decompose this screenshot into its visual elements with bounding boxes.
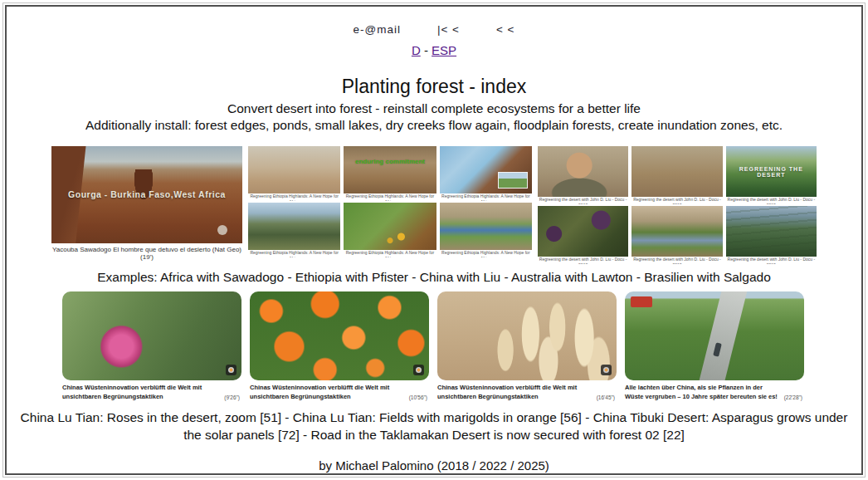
- email-link[interactable]: e-@mail: [353, 23, 400, 36]
- caption-duration: (9'26"): [224, 394, 240, 401]
- video-caption: Regreening the desert with John D. Liu -…: [538, 257, 628, 264]
- caption-duration: (19'): [140, 253, 154, 261]
- top-navigation: e-@mail |< < < <: [7, 23, 861, 36]
- video-caption: Chinas Wüsteninnovation verblüfft die We…: [250, 384, 429, 401]
- video-thumbnail-sawadogo[interactable]: Gourga - Burkina Faso,West Africa: [51, 146, 242, 243]
- thumbnail-overlay-text: REGREENING THE DESERT: [726, 166, 817, 178]
- video-card-liu-5: Regreening the desert with John D. Liu -…: [631, 206, 722, 264]
- video-thumbnail-ethiopia-4[interactable]: [248, 203, 340, 250]
- grid-liu-videos: Regreening the desert with John D. Liu -…: [538, 146, 817, 264]
- video-card-ethiopia-1: Regreening Ethiopia Highlands: A New Hop…: [248, 146, 340, 201]
- nav-first-icon[interactable]: |< <: [437, 23, 460, 36]
- caption-text: Chinas Wüsteninnovation verblüfft die We…: [437, 384, 577, 400]
- page-frame: e-@mail |< < < < D - ESP Planting forest…: [2, 2, 866, 478]
- video-caption: Regreening the desert with John D. Liu -…: [726, 257, 817, 264]
- video-card-highway: Alle lachten über China, als sie Pflanze…: [625, 291, 804, 401]
- video-thumbnail-asparagus[interactable]: [437, 291, 617, 380]
- thumbnail-overlay-text: enduring commitment: [344, 158, 436, 165]
- video-card-liu-1: Regreening the desert with John D. Liu -…: [538, 146, 628, 204]
- video-thumbnail-liu-6[interactable]: [726, 206, 817, 257]
- video-card-ethiopia-5: Regreening Ethiopia Highlands: A New Hop…: [344, 203, 436, 257]
- lang-link-spanish[interactable]: ESP: [432, 43, 456, 57]
- video-caption: Regreening the desert with John D. Liu -…: [631, 197, 722, 204]
- video-card-ethiopia-3: Regreening Ethiopia Highlands: A New Hop…: [440, 146, 532, 201]
- video-card-marigolds: Chinas Wüsteninnovation verblüfft die We…: [250, 291, 429, 401]
- language-switcher: D - ESP: [7, 43, 861, 57]
- examples-caption: Examples: Africa with Sawadogo - Ethiopi…: [7, 270, 861, 285]
- video-card-roses: Chinas Wüsteninnovation verblüfft die We…: [62, 291, 241, 401]
- video-caption: Regreening Ethiopia Highlands: A New Hop…: [344, 250, 436, 257]
- video-caption: Regreening Ethiopia Highlands: A New Hop…: [440, 250, 532, 257]
- video-card-ethiopia-6: Regreening Ethiopia Highlands: A New Hop…: [440, 203, 532, 257]
- video-caption: Regreening Ethiopia Highlands: A New Hop…: [248, 250, 340, 257]
- caption-text: Chinas Wüsteninnovation verblüfft die We…: [250, 384, 389, 400]
- video-card-ethiopia-2: enduring commitment Regreening Ethiopia …: [344, 146, 436, 201]
- videos-description: China Lu Tian: Roses in the desert, zoom…: [17, 409, 851, 444]
- video-caption: Yacouba Sawadogo El hombre que detuvo el…: [51, 246, 242, 261]
- grid-ethiopia-videos: Regreening Ethiopia Highlands: A New Hop…: [248, 146, 532, 257]
- thumbnail-overlay-text: Gourga - Burkina Faso,West Africa: [51, 189, 242, 199]
- video-card-liu-4: Regreening the desert with John D. Liu -…: [538, 206, 628, 264]
- video-card-ethiopia-4: Regreening Ethiopia Highlands: A New Hop…: [248, 203, 340, 257]
- caption-duration: (10'56"): [409, 394, 427, 401]
- channel-watermark-icon: [217, 225, 227, 235]
- video-card-asparagus: Chinas Wüsteninnovation verblüfft die We…: [437, 291, 617, 401]
- video-thumbnail-liu-4[interactable]: [538, 206, 628, 257]
- video-thumbnail-ethiopia-1[interactable]: [248, 146, 340, 193]
- video-caption: Chinas Wüsteninnovation verblüfft die We…: [62, 384, 241, 401]
- channel-logo-icon: [631, 296, 652, 307]
- subtitle-line-2: Additionally install: forest edges, pond…: [7, 118, 861, 133]
- video-thumbnail-liu-3[interactable]: REGREENING THE DESERT: [726, 146, 817, 197]
- video-caption: Regreening Ethiopia Highlands: A New Hop…: [344, 193, 436, 201]
- caption-duration: (16'45"): [597, 394, 615, 401]
- page-title: Planting forest - index: [7, 76, 861, 98]
- video-thumbnail-ethiopia-5[interactable]: [344, 203, 436, 250]
- video-caption: Alle lachten über China, als sie Pflanze…: [625, 384, 804, 401]
- video-card-liu-2: Regreening the desert with John D. Liu -…: [631, 146, 722, 204]
- video-thumbnail-liu-1[interactable]: [538, 146, 628, 197]
- video-caption: Chinas Wüsteninnovation verblüfft die We…: [437, 384, 617, 401]
- video-thumbnail-ethiopia-3[interactable]: [440, 146, 532, 193]
- video-thumbnail-ethiopia-6[interactable]: [440, 203, 532, 250]
- video-thumbnail-liu-5[interactable]: [631, 206, 722, 257]
- video-caption: Regreening the desert with John D. Liu -…: [538, 197, 628, 204]
- video-thumbnail-liu-2[interactable]: [631, 146, 722, 197]
- caption-duration: (22'28"): [784, 394, 802, 401]
- video-caption: Regreening the desert with John D. Liu -…: [726, 197, 817, 204]
- lang-separator: -: [421, 43, 432, 57]
- channel-watermark-icon: [601, 365, 612, 375]
- author-line: by Michael Palomino (2018 / 2022 / 2025): [7, 458, 861, 473]
- lang-link-german[interactable]: D: [412, 43, 421, 57]
- video-caption: Regreening Ethiopia Highlands: A New Hop…: [440, 193, 532, 201]
- caption-text: Chinas Wüsteninnovation verblüfft die We…: [62, 384, 202, 400]
- video-caption: Regreening the desert with John D. Liu -…: [631, 257, 722, 264]
- channel-watermark-icon: [413, 365, 424, 375]
- caption-text: Alle lachten über China, als sie Pflanze…: [625, 384, 778, 400]
- page: e-@mail |< < < < D - ESP Planting forest…: [5, 5, 863, 475]
- collage-examples: Gourga - Burkina Faso,West Africa Yacoub…: [51, 146, 817, 264]
- video-thumbnail-roses[interactable]: [62, 291, 241, 380]
- subtitle-line-1: Convert desert into forest - reinstall c…: [7, 101, 861, 116]
- video-card-sawadogo: Gourga - Burkina Faso,West Africa Yacoub…: [51, 146, 242, 261]
- channel-watermark-icon: [226, 365, 237, 375]
- caption-text: Yacouba Sawadogo El hombre que detuvo el…: [52, 246, 241, 253]
- collage-china-videos: Chinas Wüsteninnovation verblüfft die We…: [62, 291, 806, 401]
- video-thumbnail-highway[interactable]: [625, 291, 804, 380]
- video-card-liu-6: Regreening the desert with John D. Liu -…: [726, 206, 817, 264]
- video-thumbnail-marigolds[interactable]: [250, 291, 429, 380]
- video-thumbnail-ethiopia-2[interactable]: enduring commitment: [344, 146, 436, 193]
- nav-back-icon[interactable]: < <: [496, 23, 515, 36]
- video-card-liu-3: REGREENING THE DESERT Regreening the des…: [726, 146, 817, 204]
- video-caption: Regreening Ethiopia Highlands: A New Hop…: [248, 193, 340, 201]
